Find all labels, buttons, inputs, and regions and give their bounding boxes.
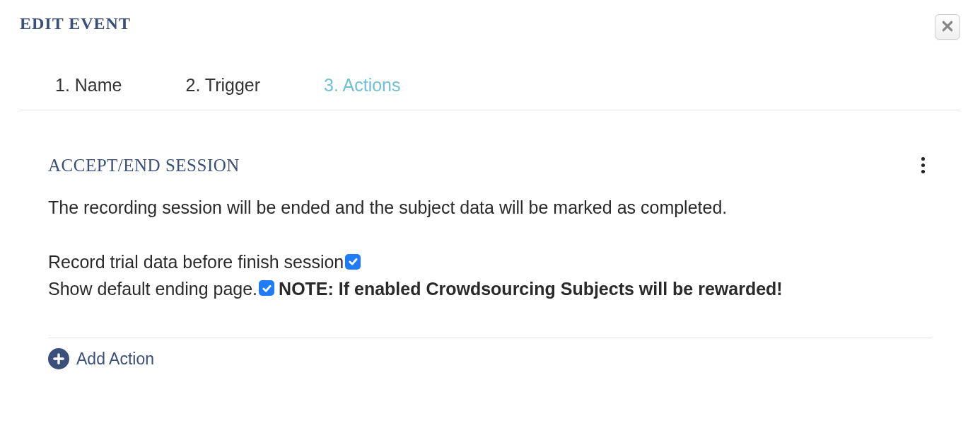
add-action-label: Add Action — [76, 350, 154, 369]
crowdsourcing-note: NOTE: If enabled Crowdsourcing Subjects … — [279, 276, 783, 303]
kebab-dot-icon — [921, 157, 925, 161]
show-ending-checkbox[interactable] — [259, 280, 274, 296]
dialog-title: EDIT EVENT — [20, 14, 131, 33]
kebab-dot-icon — [921, 163, 925, 167]
add-action-button[interactable]: Add Action — [48, 348, 932, 369]
show-ending-label: Show default ending page. — [48, 276, 257, 303]
section-description: The recording session will be ended and … — [48, 197, 932, 218]
tab-actions[interactable]: 3. Actions — [324, 75, 400, 96]
more-options-button[interactable] — [914, 153, 932, 178]
kebab-dot-icon — [921, 170, 925, 173]
section-title: ACCEPT/END SESSION — [48, 156, 240, 175]
plus-circle-icon — [48, 348, 69, 369]
tab-name[interactable]: 1. Name — [55, 75, 122, 96]
tab-list: 1. Name 2. Trigger 3. Actions — [20, 47, 960, 110]
close-icon — [941, 18, 954, 35]
tab-trigger[interactable]: 2. Trigger — [185, 75, 260, 96]
divider — [48, 338, 932, 338]
record-trial-checkbox[interactable] — [345, 254, 361, 270]
check-icon — [348, 256, 358, 267]
record-trial-label: Record trial data before finish session — [48, 249, 344, 276]
check-icon — [262, 283, 272, 294]
close-button[interactable] — [935, 14, 960, 40]
